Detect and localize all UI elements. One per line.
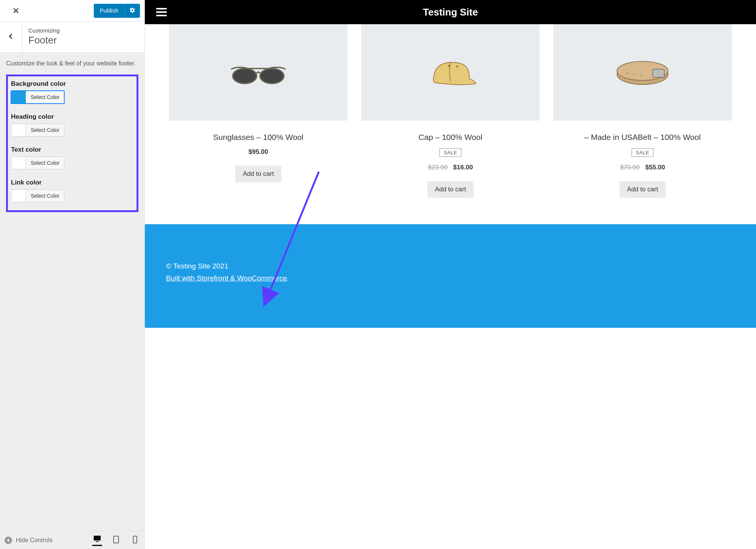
control-label: Text color (11, 146, 134, 154)
hide-controls-label: Hide Controls (16, 537, 53, 544)
control-heading-color: Heading color Select Color (11, 113, 134, 138)
close-icon[interactable]: ✕ (9, 4, 23, 18)
svg-point-14 (640, 74, 642, 76)
color-swatch (11, 124, 26, 136)
select-color-button[interactable]: Select Color (26, 124, 64, 136)
control-label: Link color (11, 179, 134, 186)
sunglasses-icon (224, 48, 292, 97)
sidebar-body: Customize the look & feel of your websit… (0, 53, 144, 531)
device-preview-buttons (92, 535, 140, 546)
preview-body: Sunglasses – 100% Wool $95.00 Add to car… (145, 24, 756, 549)
device-mobile-button[interactable] (130, 535, 140, 546)
product-card: Sunglasses – 100% Wool $95.00 Add to car… (169, 24, 348, 198)
svg-point-12 (627, 73, 628, 74)
select-color-button[interactable]: Select Color (26, 190, 64, 202)
footer-built-link[interactable]: Built with Storefront & WooCommerce (166, 274, 287, 282)
product-price: $23.00 $16.00 (361, 164, 540, 171)
select-color-button[interactable]: Select Color (26, 157, 64, 169)
svg-point-8 (456, 65, 458, 67)
sidebar-section-header: Customizing Footer (0, 22, 144, 53)
product-image[interactable] (361, 24, 540, 121)
product-title[interactable]: Cap – 100% Wool (361, 132, 540, 142)
control-label: Heading color (11, 113, 134, 121)
select-color-button[interactable]: Select Color (26, 91, 64, 103)
tablet-icon (112, 535, 120, 545)
product-title[interactable]: Sunglasses – 100% Wool (169, 132, 348, 142)
color-swatch (11, 91, 26, 103)
product-card: Cap – 100% Wool SALE $23.00 $16.00 Add t… (361, 24, 540, 198)
product-title[interactable]: – Made in USABelt – 100% Wool (553, 132, 732, 142)
color-swatch (11, 157, 26, 169)
product-price: $95.00 (169, 148, 348, 156)
mobile-icon (131, 535, 139, 545)
svg-point-7 (448, 65, 450, 67)
product-image[interactable] (553, 24, 732, 121)
control-background-color: Background color Select Color (11, 80, 134, 105)
section-title: Footer (28, 34, 138, 46)
color-picker-background[interactable]: Select Color (11, 91, 64, 104)
section-description: Customize the look & feel of your websit… (6, 59, 138, 68)
color-picker-link[interactable]: Select Color (11, 189, 64, 202)
color-swatch (11, 190, 26, 202)
svg-rect-1 (94, 536, 101, 541)
footer-built-with: Built with Storefront & WooCommerce. (166, 274, 735, 282)
customizer-sidebar: ✕ Publish Customizing Footer Customiz (0, 0, 145, 549)
color-picker-heading[interactable]: Select Color (11, 124, 64, 136)
svg-rect-11 (653, 69, 664, 78)
svg-point-5 (233, 68, 257, 84)
svg-rect-4 (133, 536, 137, 543)
desktop-icon (93, 535, 101, 544)
device-desktop-button[interactable] (92, 535, 102, 546)
chevron-left-icon (8, 33, 14, 41)
control-link-color: Link color Select Color (11, 179, 134, 203)
breadcrumb: Customizing (28, 27, 138, 34)
product-price: $70.00 $55.00 (553, 164, 732, 171)
control-text-color: Text color Select Color (11, 146, 134, 171)
product-image[interactable] (169, 24, 348, 121)
back-button[interactable] (0, 22, 22, 52)
device-tablet-button[interactable] (111, 535, 121, 546)
sidebar-top-bar: ✕ Publish (0, 0, 144, 22)
product-grid: Sunglasses – 100% Wool $95.00 Add to car… (145, 24, 756, 224)
control-label: Background color (11, 80, 134, 88)
hide-controls-button[interactable]: Hide Controls (5, 537, 53, 544)
footer-copyright: © Testing Site 2021 (166, 262, 735, 270)
site-title[interactable]: Testing Site (423, 6, 478, 18)
svg-rect-2 (96, 541, 98, 542)
preview-footer: © Testing Site 2021 Built with Storefron… (145, 224, 756, 328)
sale-badge: SALE (632, 148, 653, 157)
sidebar-bottom-bar: Hide Controls (0, 531, 144, 549)
menu-button[interactable] (156, 8, 167, 16)
footer-color-controls: Background color Select Color Heading co… (6, 74, 138, 212)
collapse-icon (5, 537, 12, 544)
publish-label: Publish (94, 4, 124, 18)
preview-header: Testing Site (145, 0, 756, 24)
gear-icon (129, 7, 135, 14)
color-picker-text[interactable]: Select Color (11, 157, 64, 169)
publish-settings-button[interactable] (124, 4, 140, 18)
add-to-cart-button[interactable]: Add to cart (427, 181, 473, 198)
belt-icon (609, 48, 677, 97)
publish-button[interactable]: Publish (94, 4, 140, 18)
svg-point-13 (633, 74, 635, 75)
site-preview: Testing Site Sunglasses – 100% Wool $95.… (145, 0, 756, 549)
add-to-cart-button[interactable]: Add to cart (619, 181, 666, 198)
product-card: – Made in USABelt – 100% Wool SALE $70.0… (553, 24, 732, 198)
svg-point-6 (260, 68, 284, 84)
sale-badge: SALE (439, 148, 461, 157)
cap-icon (416, 48, 484, 97)
add-to-cart-button[interactable]: Add to cart (235, 166, 281, 182)
svg-marker-0 (7, 538, 9, 542)
svg-rect-3 (114, 536, 119, 543)
